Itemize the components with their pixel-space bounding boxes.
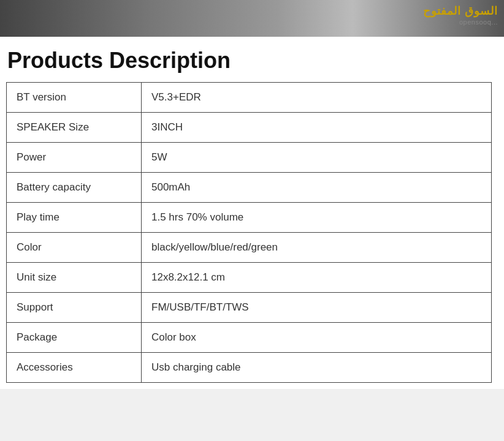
table-cell-value: 12x8.2x12.1 cm [142,263,492,293]
table-cell-label: Battery capacity [7,173,142,203]
top-image-bar: السوق المفتوح opensooq... [0,0,504,37]
table-cell-value: 1.5 hrs 70% volume [142,203,492,233]
watermark-opensooq: opensooq... [423,18,498,26]
table-row: Play time1.5 hrs 70% volume [7,203,492,233]
product-table: BT versionV5.3+EDRSPEAKER Size3INCHPower… [6,82,492,383]
table-row: Battery capacity500mAh [7,173,492,203]
table-cell-label: Power [7,143,142,173]
table-cell-value: V5.3+EDR [142,83,492,113]
table-row: SupportFM/USB/TF/BT/TWS [7,293,492,323]
main-content: Products Description BT versionV5.3+EDRS… [0,37,504,389]
table-row: PackageColor box [7,323,492,353]
table-cell-label: Accessories [7,353,142,383]
table-row: Colorblack/yellow/blue/red/green [7,233,492,263]
table-cell-value: Color box [142,323,492,353]
table-row: AccessoriesUsb charging cable [7,353,492,383]
table-cell-value: black/yellow/blue/red/green [142,233,492,263]
table-cell-label: Package [7,323,142,353]
table-cell-value: FM/USB/TF/BT/TWS [142,293,492,323]
table-row: BT versionV5.3+EDR [7,83,492,113]
table-cell-label: Unit size [7,263,142,293]
watermark-arabic: السوق المفتوح [423,5,498,18]
table-row: SPEAKER Size3INCH [7,113,492,143]
watermark: السوق المفتوح opensooq... [423,5,498,26]
table-cell-value: Usb charging cable [142,353,492,383]
table-cell-value: 500mAh [142,173,492,203]
table-cell-value: 3INCH [142,113,492,143]
table-cell-label: Play time [7,203,142,233]
page-title: Products Description [6,48,492,74]
table-cell-label: Color [7,233,142,263]
table-row: Power5W [7,143,492,173]
table-row: Unit size12x8.2x12.1 cm [7,263,492,293]
table-cell-label: BT version [7,83,142,113]
table-cell-value: 5W [142,143,492,173]
table-cell-label: Support [7,293,142,323]
table-cell-label: SPEAKER Size [7,113,142,143]
